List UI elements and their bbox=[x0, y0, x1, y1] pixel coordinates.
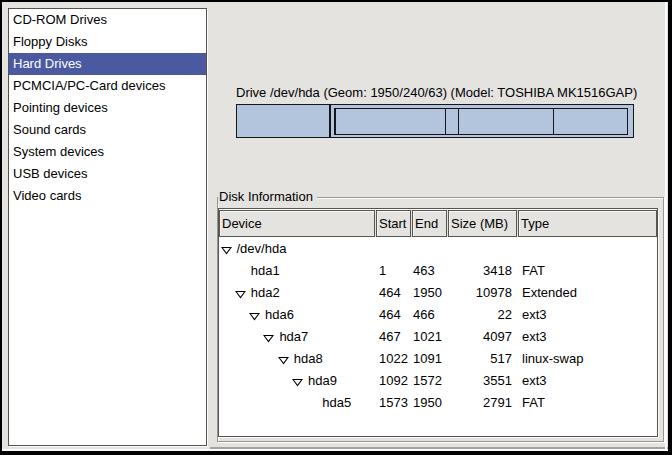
start-value: 464 bbox=[379, 304, 411, 326]
expander-open-icon[interactable] bbox=[221, 246, 232, 255]
sidebar-item-cd-rom-drives[interactable]: CD-ROM Drives bbox=[9, 9, 206, 31]
end-value: 1091 bbox=[413, 348, 445, 370]
table-row-hda2[interactable]: hda2464195010978Extended bbox=[219, 282, 657, 304]
start-value: 1092 bbox=[379, 370, 411, 392]
table-row--dev-hda[interactable]: /dev/hda bbox=[219, 238, 657, 260]
sidebar-item-pcmcia-pc-card-devices[interactable]: PCMCIA/PC-Card devices bbox=[9, 75, 206, 97]
device-name: hda7 bbox=[279, 326, 308, 348]
expander-open-icon[interactable] bbox=[292, 378, 303, 387]
size-value: 2791 bbox=[448, 392, 512, 414]
end-value: 466 bbox=[413, 304, 445, 326]
table-header-row: DeviceStartEndSize (MB)Type bbox=[219, 210, 657, 237]
window-border-bottom bbox=[0, 451, 672, 455]
size-value bbox=[448, 238, 512, 260]
column-header-end[interactable]: End bbox=[412, 210, 447, 237]
partition-segment-hda2 bbox=[330, 104, 634, 138]
expander-open-icon[interactable] bbox=[263, 334, 274, 343]
table-row-hda9[interactable]: hda9109215723551ext3 bbox=[219, 370, 657, 392]
table-row-hda5[interactable]: hda5157319502791FAT bbox=[219, 392, 657, 414]
partition-segment-hda1 bbox=[236, 104, 330, 138]
end-value: 1950 bbox=[413, 282, 445, 304]
type-value: ext3 bbox=[522, 326, 656, 348]
type-value: linux-swap bbox=[522, 348, 656, 370]
end-value: 463 bbox=[413, 260, 445, 282]
device-name: hda8 bbox=[294, 348, 323, 370]
expander-open-icon[interactable] bbox=[249, 312, 260, 321]
column-header-device[interactable]: Device bbox=[219, 210, 375, 237]
table-row-hda7[interactable]: hda746710214097ext3 bbox=[219, 326, 657, 348]
start-value: 464 bbox=[379, 282, 411, 304]
sidebar-item-system-devices[interactable]: System devices bbox=[9, 141, 206, 163]
size-value: 10978 bbox=[448, 282, 512, 304]
partition-segment-hda8 bbox=[445, 108, 459, 135]
column-header-size-mb-[interactable]: Size (MB) bbox=[448, 210, 517, 237]
size-value: 4097 bbox=[448, 326, 512, 348]
end-value: 1021 bbox=[413, 326, 445, 348]
sidebar-item-sound-cards[interactable]: Sound cards bbox=[9, 119, 206, 141]
sidebar-item-video-cards[interactable]: Video cards bbox=[9, 185, 206, 207]
type-value: ext3 bbox=[522, 370, 656, 392]
type-value: FAT bbox=[522, 392, 656, 414]
device-category-list: CD-ROM DrivesFloppy DisksHard DrivesPCMC… bbox=[8, 8, 207, 446]
size-value: 517 bbox=[448, 348, 512, 370]
expander-open-icon[interactable] bbox=[278, 356, 289, 365]
partition-segment-hda5 bbox=[553, 108, 628, 135]
disk-information-table: DeviceStartEndSize (MB)Type /dev/hdahda1… bbox=[218, 208, 658, 437]
end-value: 1572 bbox=[413, 370, 445, 392]
size-value: 3551 bbox=[448, 370, 512, 392]
table-row-hda1[interactable]: hda114633418FAT bbox=[219, 260, 657, 282]
type-value: FAT bbox=[522, 260, 656, 282]
hardware-browser-window: CD-ROM DrivesFloppy DisksHard DrivesPCMC… bbox=[0, 0, 672, 455]
window-right-bevel-highlight bbox=[665, 2, 667, 449]
partition-segment-hda7 bbox=[335, 108, 446, 135]
start-value: 467 bbox=[379, 326, 411, 348]
sidebar-item-floppy-disks[interactable]: Floppy Disks bbox=[9, 31, 206, 53]
sidebar-item-hard-drives[interactable]: Hard Drives bbox=[9, 53, 206, 75]
start-value: 1 bbox=[379, 260, 411, 282]
window-border-left bbox=[0, 0, 2, 455]
type-value: ext3 bbox=[522, 304, 656, 326]
sidebar-item-usb-devices[interactable]: USB devices bbox=[9, 163, 206, 185]
start-value: 1022 bbox=[379, 348, 411, 370]
column-header-start[interactable]: Start bbox=[376, 210, 411, 237]
end-value bbox=[413, 238, 445, 260]
column-header-type[interactable]: Type bbox=[518, 210, 657, 237]
window-border-top bbox=[0, 0, 672, 2]
drive-geometry-label: Drive /dev/hda (Geom: 1950/240/63) (Mode… bbox=[236, 85, 634, 100]
device-name: hda6 bbox=[265, 304, 294, 326]
size-value: 3418 bbox=[448, 260, 512, 282]
disk-information-label: Disk Information bbox=[218, 189, 317, 204]
device-name: hda9 bbox=[308, 370, 337, 392]
window-border-right bbox=[668, 0, 672, 455]
partition-segment-hda9 bbox=[458, 108, 554, 135]
device-name: hda5 bbox=[322, 392, 351, 414]
table-row-hda6[interactable]: hda646446622ext3 bbox=[219, 304, 657, 326]
device-name: /dev/hda bbox=[237, 238, 287, 260]
sidebar-item-pointing-devices[interactable]: Pointing devices bbox=[9, 97, 206, 119]
type-value: Extended bbox=[522, 282, 656, 304]
size-value: 22 bbox=[448, 304, 512, 326]
table-row-hda8[interactable]: hda810221091517linux-swap bbox=[219, 348, 657, 370]
device-name: hda1 bbox=[251, 260, 280, 282]
partition-bar bbox=[236, 104, 634, 138]
start-value: 1573 bbox=[379, 392, 411, 414]
device-name: hda2 bbox=[251, 282, 280, 304]
end-value: 1950 bbox=[413, 392, 445, 414]
expander-open-icon[interactable] bbox=[235, 290, 246, 299]
start-value bbox=[379, 238, 411, 260]
type-value bbox=[522, 238, 656, 260]
